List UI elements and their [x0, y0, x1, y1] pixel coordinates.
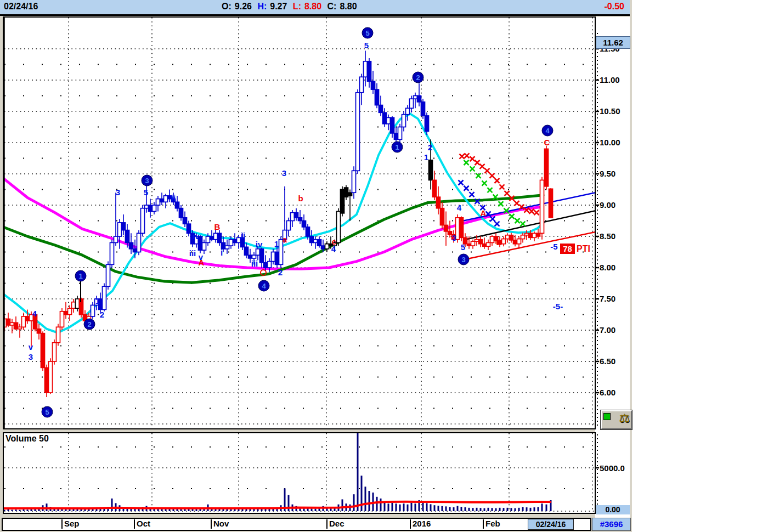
header-ohlc: O:9.26 H:9.27 L:8.80 C:8.80	[222, 2, 360, 12]
scales-tool-button[interactable]: ⚖	[601, 410, 632, 429]
green-square-icon	[603, 413, 611, 420]
month-label: Sep	[64, 519, 80, 528]
month-tick	[483, 519, 484, 529]
month-tick	[410, 519, 411, 529]
month-tick	[326, 519, 327, 529]
low-label: L:	[293, 2, 301, 11]
month-label: Nov	[213, 519, 229, 528]
month-tick	[211, 519, 212, 529]
close-label: C:	[327, 2, 337, 11]
volume-pane-title: Volume 50	[5, 434, 49, 444]
quote-header-bar: 02/24/16 O:9.26 H:9.27 L:8.80 C:8.80 -0.…	[0, 0, 630, 16]
volume-axis-zero-tag: 0.00	[596, 505, 630, 514]
chart-canvas	[0, 0, 768, 532]
low-value: 8.80	[304, 2, 321, 11]
pti-label: PTI	[577, 244, 590, 254]
bar-number-badge: #3696	[592, 518, 631, 531]
open-label: O:	[222, 2, 231, 11]
high-label: H:	[257, 2, 267, 11]
month-label: Feb	[485, 519, 500, 528]
price-high-tag: 11.62	[596, 36, 630, 49]
current-date-tag: 02/24/16	[528, 519, 574, 530]
open-value: 9.26	[235, 2, 252, 11]
date-axis: SepOctNovDec2016Feb	[2, 518, 591, 531]
charting-app-window: 02/24/16 O:9.26 H:9.27 L:8.80 C:8.80 -0.…	[0, 0, 768, 532]
month-label: 2016	[413, 519, 431, 528]
header-change-value: -0.50	[605, 2, 624, 12]
month-tick	[134, 519, 135, 529]
volume-axis-top-label: 5000.0	[600, 463, 630, 473]
month-tick	[61, 519, 63, 529]
month-label: Oct	[137, 519, 150, 528]
month-label: Dec	[329, 519, 345, 528]
scales-icon: ⚖	[619, 411, 630, 426]
header-date: 02/24/16	[4, 2, 38, 12]
high-value: 9.27	[270, 2, 287, 11]
pti-value-badge: 78	[560, 244, 575, 254]
close-value: 8.80	[340, 2, 357, 11]
